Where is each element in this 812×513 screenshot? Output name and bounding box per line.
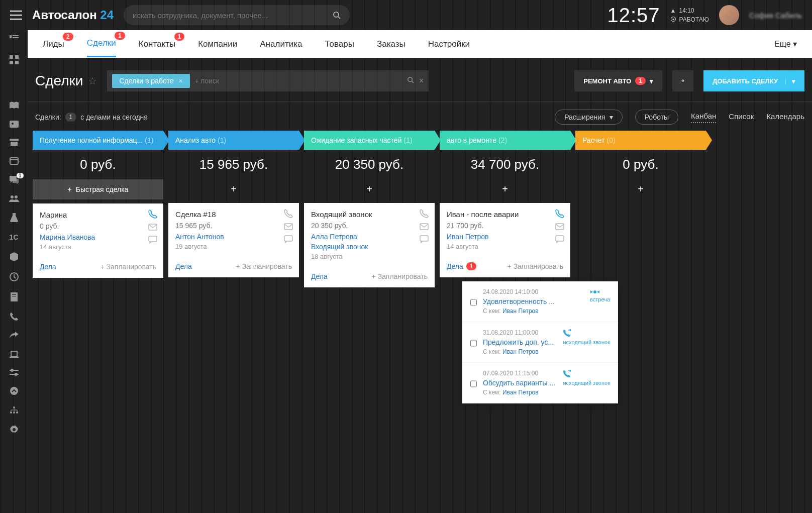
add-deal-button[interactable]: ДОБАВИТЬ СДЕЛКУ ▾: [703, 70, 804, 91]
rail-calendar-icon[interactable]: [10, 157, 19, 165]
settings-button[interactable]: [672, 70, 693, 91]
rail-device-icon[interactable]: [10, 351, 19, 358]
add-card-button[interactable]: +: [440, 179, 570, 199]
nav-more[interactable]: Еще ▾: [774, 39, 797, 49]
card-plan-link[interactable]: + Запланировать: [236, 262, 292, 270]
task-who-link[interactable]: Иван Петров: [502, 348, 539, 355]
rail-gear-icon[interactable]: [10, 425, 19, 434]
view-list-tab[interactable]: Список: [729, 112, 754, 123]
rail-cube-icon[interactable]: [10, 252, 18, 261]
task-row[interactable]: 24.08.2020 14:10:00 Удовлетворенность ..…: [462, 281, 618, 322]
mail-icon[interactable]: [555, 223, 564, 230]
card-plan-link[interactable]: + Запланировать: [372, 272, 428, 280]
mail-icon[interactable]: [284, 223, 293, 230]
add-card-button[interactable]: +: [575, 179, 706, 199]
menu-burger-icon[interactable]: [10, 11, 22, 20]
phone-icon[interactable]: [284, 209, 293, 218]
task-title[interactable]: Предложить доп. ус...: [483, 338, 557, 346]
rail-sliders-icon[interactable]: [10, 369, 19, 376]
user-avatar[interactable]: [719, 5, 739, 25]
deal-card[interactable]: Сделка #18 15 965 руб. Антон Антонов 19 …: [168, 203, 299, 277]
chevron-down-icon[interactable]: ▾: [785, 77, 795, 85]
task-row[interactable]: 07.09.2020 11:15:00 Обсудить варианты ..…: [462, 363, 618, 403]
chat-icon[interactable]: [420, 235, 429, 243]
task-title[interactable]: Удовлетворенность ...: [483, 297, 563, 305]
brand-logo[interactable]: Автосалон 24: [32, 8, 114, 22]
nav-item-Лиды[interactable]: Лиды2: [43, 32, 64, 57]
rail-list-icon[interactable]: [10, 35, 19, 44]
column-header[interactable]: Анализ авто (1): [168, 131, 299, 150]
deal-card[interactable]: Входящий звонок 20 350 руб. Алла Петрова…: [304, 203, 435, 287]
rail-apps-icon[interactable]: [10, 55, 19, 64]
nav-item-Контакты[interactable]: Контакты1: [139, 32, 175, 57]
card-tasks-link[interactable]: Дела 1: [447, 262, 476, 270]
rail-flask-icon[interactable]: [10, 213, 18, 222]
mail-icon[interactable]: [420, 223, 429, 230]
card-contact-link[interactable]: Марина Иванова: [40, 233, 156, 241]
rail-share-icon[interactable]: [10, 332, 19, 340]
rail-1c-icon[interactable]: 1C: [10, 233, 19, 241]
column-header[interactable]: авто в ремонте (2): [440, 131, 570, 150]
nav-item-Сделки[interactable]: Сделки1: [87, 31, 116, 57]
rail-people-icon[interactable]: [9, 195, 19, 202]
quick-deal-button[interactable]: +Быстрая сделка: [33, 179, 163, 199]
nav-item-Заказы[interactable]: Заказы: [377, 32, 405, 57]
rail-clock-icon[interactable]: [10, 272, 19, 281]
add-card-button[interactable]: +: [304, 179, 435, 199]
extensions-button[interactable]: Расширения ▾: [555, 110, 622, 125]
card-contact-link[interactable]: Иван Петров: [447, 233, 563, 241]
column-header[interactable]: Расчет (0): [575, 131, 706, 150]
add-card-button[interactable]: +: [168, 179, 299, 199]
task-who-link[interactable]: Иван Петров: [502, 307, 539, 315]
column-header[interactable]: Получение полной информац... (1): [33, 131, 163, 150]
rail-phone-icon[interactable]: [10, 313, 18, 321]
rail-book-icon[interactable]: [10, 101, 19, 110]
task-who-link[interactable]: Иван Петров: [502, 389, 539, 396]
search-icon[interactable]: [407, 76, 414, 85]
card-plan-link[interactable]: + Запланировать: [100, 263, 156, 271]
rail-sitemap-icon[interactable]: [10, 406, 19, 414]
column-header[interactable]: Ожидание запасных частей (1): [304, 131, 435, 150]
mail-icon[interactable]: [148, 224, 157, 231]
card-contact-link[interactable]: Входящий звонок: [311, 243, 428, 251]
task-checkbox[interactable]: [470, 331, 477, 355]
star-icon[interactable]: ☆: [88, 75, 97, 87]
view-kanban-tab[interactable]: Канбан: [691, 112, 716, 123]
view-calendar-tab[interactable]: Календарь: [766, 112, 804, 123]
chat-icon[interactable]: [555, 235, 564, 243]
robots-button[interactable]: Роботы: [635, 110, 678, 125]
phone-icon[interactable]: [148, 210, 157, 219]
rail-box-icon[interactable]: [10, 139, 19, 146]
pipeline-select-button[interactable]: РЕМОНТ АВТО 1 ▾: [574, 70, 662, 91]
global-search-input[interactable]: [133, 11, 333, 20]
rail-chat-icon[interactable]: 1: [10, 176, 19, 184]
rail-contacts-icon[interactable]: [10, 121, 19, 128]
card-contact-link[interactable]: Антон Антонов: [175, 233, 292, 241]
user-name[interactable]: София Сабиль: [749, 11, 802, 20]
deal-card[interactable]: Марина 0 руб. Марина Иванова 14 августа …: [33, 203, 163, 278]
card-tasks-link[interactable]: Дела: [311, 272, 328, 280]
deal-card[interactable]: Иван - после аварии 21 700 руб. Иван Пет…: [440, 203, 570, 277]
card-plan-link[interactable]: + Запланировать: [508, 262, 563, 270]
phone-icon[interactable]: [420, 209, 429, 218]
filter-chip[interactable]: Сделки в работе ×: [112, 74, 189, 88]
nav-item-Аналитика[interactable]: Аналитика: [260, 32, 302, 57]
global-search[interactable]: [124, 5, 350, 25]
chat-icon[interactable]: [284, 235, 293, 243]
task-checkbox[interactable]: [470, 290, 477, 315]
filter-input[interactable]: [195, 77, 407, 85]
task-title[interactable]: Обсудить варианты ...: [483, 379, 557, 387]
card-contact-link[interactable]: Алла Петрова: [311, 233, 428, 241]
nav-item-Товары[interactable]: Товары: [325, 32, 354, 57]
chat-icon[interactable]: [148, 236, 157, 244]
phone-icon[interactable]: [555, 209, 564, 218]
task-checkbox[interactable]: [470, 372, 477, 396]
search-icon[interactable]: [333, 11, 341, 19]
rail-circle-up-icon[interactable]: [10, 387, 18, 395]
rail-doc-icon[interactable]: [11, 292, 18, 301]
clear-icon[interactable]: ×: [419, 76, 424, 85]
card-tasks-link[interactable]: Дела: [40, 263, 56, 271]
card-tasks-link[interactable]: Дела: [175, 262, 192, 270]
filter-box[interactable]: Сделки в работе × ×: [107, 70, 429, 91]
close-icon[interactable]: ×: [178, 77, 182, 85]
